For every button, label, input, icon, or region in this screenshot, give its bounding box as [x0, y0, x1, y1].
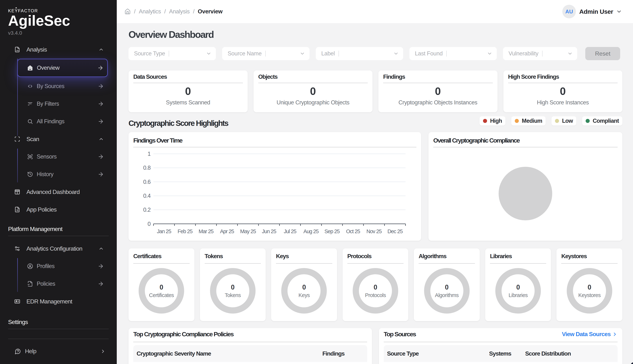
- svg-text:Feb 25: Feb 25: [178, 228, 192, 234]
- svg-text:Dec 25: Dec 25: [387, 228, 403, 234]
- svg-text:Nov 25: Nov 25: [366, 228, 382, 234]
- svg-text:0.2: 0.2: [143, 206, 151, 213]
- svg-text:Jan 25: Jan 25: [157, 228, 171, 234]
- svg-text:Jun 25: Jun 25: [262, 228, 276, 234]
- svg-text:0.4: 0.4: [143, 193, 151, 199]
- svg-text:Jul 25: Jul 25: [284, 228, 296, 234]
- svg-text:May 25: May 25: [240, 228, 256, 234]
- svg-text:Apr 25: Apr 25: [220, 228, 234, 234]
- svg-text:0.8: 0.8: [143, 164, 151, 171]
- svg-text:Oct 25: Oct 25: [346, 228, 360, 234]
- svg-text:Mar 25: Mar 25: [199, 228, 214, 234]
- svg-text:Sep 25: Sep 25: [324, 228, 340, 234]
- svg-text:0: 0: [148, 221, 151, 227]
- svg-text:Aug 25: Aug 25: [303, 228, 319, 234]
- svg-text:0.6: 0.6: [143, 179, 151, 185]
- svg-text:1: 1: [148, 151, 151, 157]
